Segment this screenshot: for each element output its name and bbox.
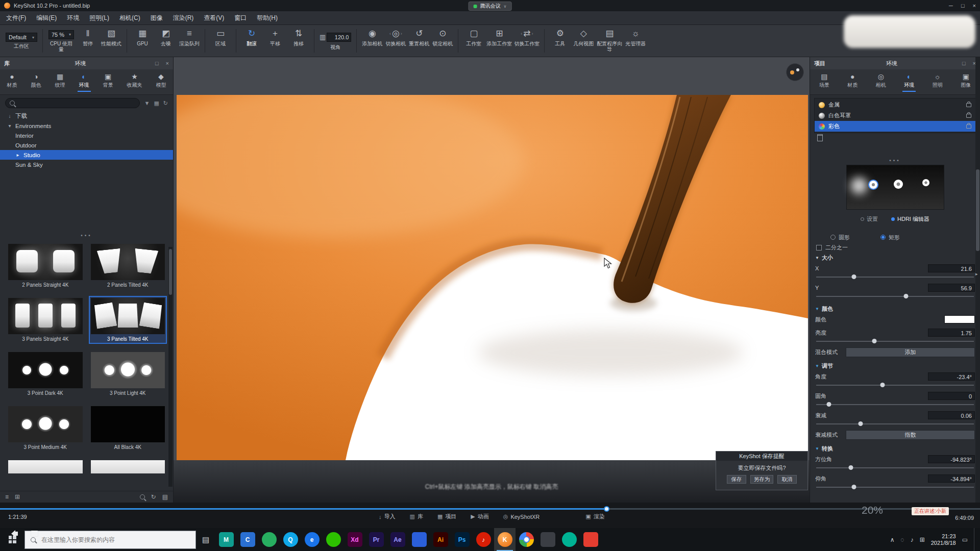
brightness-value[interactable]: 1.75 xyxy=(928,329,975,337)
tray-volume-icon[interactable]: ♪ xyxy=(911,536,914,543)
azimuth-slider[interactable] xyxy=(816,465,974,471)
chevron-left-icon[interactable]: ‹ xyxy=(389,31,391,36)
tab-backplates[interactable]: ▣ 背景 xyxy=(102,72,115,92)
hdri-pin-selected[interactable] xyxy=(869,181,877,189)
tree-item-sun-sky[interactable]: Sun & Sky xyxy=(0,160,173,169)
close-icon[interactable]: × xyxy=(166,60,169,66)
falloff-value[interactable]: 0.06 xyxy=(928,411,975,419)
pause-button[interactable]: ‖ 暂停 xyxy=(76,27,100,55)
chevron-left-icon[interactable]: ‹ xyxy=(521,31,522,36)
env-thumb-all-black[interactable]: All Black 4K xyxy=(89,404,167,452)
studio-button[interactable]: ▢ 工作室 xyxy=(462,27,485,55)
sync-icon[interactable]: ↻ xyxy=(151,493,156,500)
menu-render[interactable]: 渲染(R) xyxy=(173,14,194,22)
trash-icon[interactable] xyxy=(817,134,823,141)
env-item-color[interactable]: 彩色 xyxy=(815,121,975,132)
shape-rect-option[interactable]: 矩形 xyxy=(880,234,900,241)
cpu-usage-select[interactable]: 75 % ▾ xyxy=(48,30,74,39)
fov-input[interactable] xyxy=(327,33,351,42)
close-button[interactable]: × xyxy=(973,3,976,9)
menu-edit[interactable]: 编辑(E) xyxy=(36,14,57,22)
env-thumb-partial[interactable] xyxy=(89,458,167,478)
menu-help[interactable]: 帮助(H) xyxy=(257,14,278,22)
lock-camera-button[interactable]: ⊙ 锁定相机 xyxy=(431,27,454,55)
brightness-slider[interactable] xyxy=(816,338,974,344)
taskbar-app-ai[interactable]: Ai xyxy=(430,528,451,551)
ribbon-import[interactable]: ↓ 导入 xyxy=(379,513,396,520)
fov-group[interactable]: ▥ 视角 xyxy=(320,32,351,50)
falloff-slider[interactable] xyxy=(816,421,974,427)
taskbar-search-box[interactable] xyxy=(24,531,196,549)
taskbar-search-input[interactable] xyxy=(40,536,190,544)
size-x-slider[interactable] xyxy=(816,274,974,280)
azimuth-value[interactable]: -94.823° xyxy=(928,455,975,463)
tab-environments[interactable]: ◐ 环境 xyxy=(78,72,91,92)
env-thumb-3-point-dark[interactable]: 3 Point Dark 4K xyxy=(6,350,85,398)
ribbon-project[interactable]: ▦ 项目 xyxy=(437,513,456,520)
ribbon-library[interactable]: ▥ 库 xyxy=(410,513,423,520)
elevation-slider[interactable] xyxy=(816,484,974,490)
switch-studio-button[interactable]: ‹ ⇄ › 切换工作室 xyxy=(513,27,541,55)
tray-icon[interactable]: ◌ xyxy=(901,536,904,543)
settings-tab[interactable]: 设置 xyxy=(861,215,878,223)
search-icon[interactable] xyxy=(140,494,145,499)
filter-icon[interactable]: ▼ xyxy=(144,100,150,106)
taskbar-app-wechat[interactable] xyxy=(323,528,344,551)
tools-button[interactable]: ⚙ 工具 xyxy=(548,27,572,55)
menu-window[interactable]: 窗口 xyxy=(234,14,247,22)
corner-radius-slider[interactable] xyxy=(816,402,974,408)
refresh-icon[interactable]: ↻ xyxy=(163,100,168,107)
video-progress-bar[interactable] xyxy=(0,508,980,510)
switch-camera-button[interactable]: ‹ ◎ › 切换相机 xyxy=(384,27,407,55)
elevation-value[interactable]: -34.894° xyxy=(928,474,975,483)
tab-models[interactable]: ◆ 模型 xyxy=(155,72,168,92)
add-studio-button[interactable]: ⊞ 添加工作室 xyxy=(485,27,513,55)
tumble-button[interactable]: ↻ 翻滚 xyxy=(240,27,263,55)
tab-colors[interactable]: ◑ 颜色 xyxy=(30,72,43,92)
tab-scene[interactable]: ▤ 场景 xyxy=(818,72,831,92)
tab-favorites[interactable]: ★ 收藏夹 xyxy=(126,72,144,92)
hdri-pin[interactable] xyxy=(922,179,929,186)
size-y-slider[interactable] xyxy=(816,293,974,299)
gpu-button[interactable]: ▦ GPU xyxy=(131,27,154,55)
pan-button[interactable]: + 平移 xyxy=(263,27,287,55)
taskbar-app-dark[interactable] xyxy=(537,528,558,551)
chevron-right-icon[interactable]: › xyxy=(531,31,533,36)
env-thumb-3-panels-tilted[interactable]: 3 Panels Tilted 4K xyxy=(89,296,167,344)
size-y-value[interactable]: 56.9 xyxy=(928,284,975,292)
tree-item-studio[interactable]: ▸ Studio xyxy=(0,150,173,160)
project-scrollbar[interactable]: ▸ xyxy=(975,57,980,503)
light-manager-button[interactable]: ☼ 光管理器 xyxy=(624,27,647,55)
env-thumb-3-point-light[interactable]: 3 Point Light 4K xyxy=(89,350,167,398)
corner-radius-value[interactable]: 0 xyxy=(928,392,975,400)
orientation-gizmo[interactable] xyxy=(786,63,804,81)
panel-splitter-handle[interactable]: ••• xyxy=(810,158,980,165)
menu-camera[interactable]: 相机(C) xyxy=(119,14,140,22)
grid-view-icon[interactable]: ⊞ xyxy=(15,493,20,500)
taskbar-app-chrome[interactable] xyxy=(516,528,537,551)
geometry-view-button[interactable]: ◇ 几何视图 xyxy=(572,27,595,55)
speaker-icon[interactable] xyxy=(11,530,18,537)
library-scrollbar[interactable] xyxy=(168,247,173,487)
taskbar-app-qq[interactable]: Q xyxy=(280,528,301,551)
render-view[interactable] xyxy=(177,95,808,460)
add-camera-button[interactable]: ◉ 添加相机 xyxy=(360,27,384,55)
taskbar-app-pr[interactable]: Pr xyxy=(365,528,387,551)
angle-slider[interactable] xyxy=(816,382,974,388)
menu-file[interactable]: 文件(F) xyxy=(6,14,26,22)
env-item-white-earcup[interactable]: 白色耳罩 xyxy=(815,110,975,121)
tree-item-outdoor[interactable]: Outdoor xyxy=(0,140,173,150)
chevron-right-icon[interactable]: › xyxy=(401,31,402,36)
library-search-box[interactable] xyxy=(5,98,140,108)
tray-expand-icon[interactable]: ∧ xyxy=(890,536,895,543)
env-thumb-2-panels-straight[interactable]: 2 Panels Straight 4K xyxy=(6,242,85,290)
performance-mode-button[interactable]: ▧ 性能模式 xyxy=(100,27,123,55)
tray-network-icon[interactable]: ⊞ xyxy=(920,536,925,543)
tab-image[interactable]: ▣ 图像 xyxy=(959,72,972,92)
env-thumb-3-point-medium[interactable]: 3 Point Medium 4K xyxy=(6,404,85,452)
save-as-button[interactable]: 另存为 xyxy=(750,475,774,484)
transform-section-header[interactable]: ▼ 转换 xyxy=(810,443,980,454)
mini-player-icon[interactable] xyxy=(31,531,38,537)
chevron-right-icon[interactable]: ▸ xyxy=(975,271,978,277)
cpu-usage-combo[interactable]: 75 % ▾ CPU 使用量 xyxy=(48,30,75,52)
